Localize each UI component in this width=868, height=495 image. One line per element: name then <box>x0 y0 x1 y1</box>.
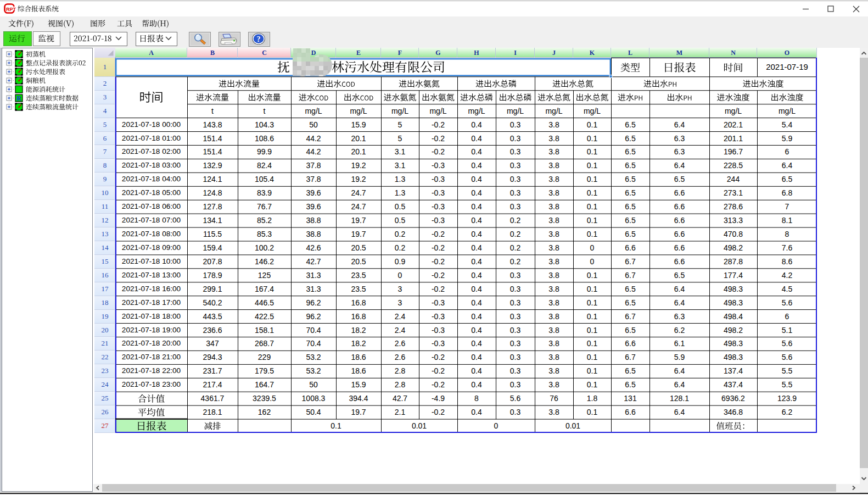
svg-text:?: ? <box>257 35 261 43</box>
svg-text:R: R <box>16 94 21 102</box>
svg-text:RPT: RPT <box>6 7 16 12</box>
